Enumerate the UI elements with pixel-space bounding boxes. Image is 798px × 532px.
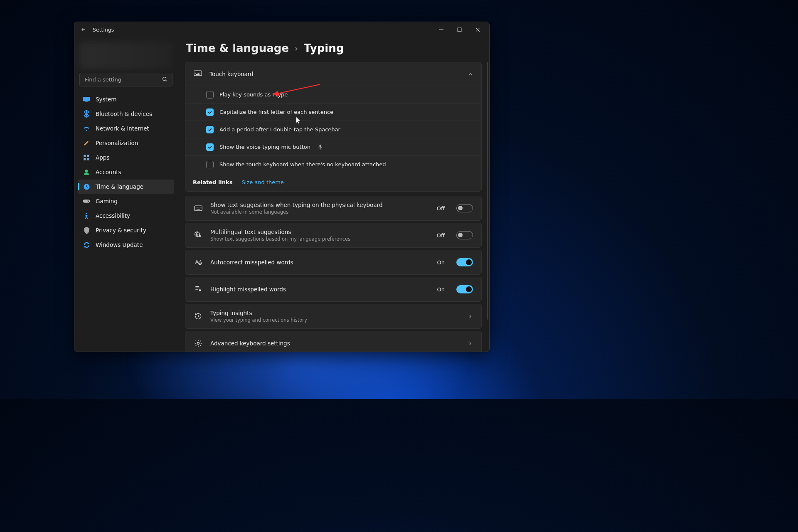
setting-title: Advanced keyboard settings xyxy=(210,340,460,347)
sidebar-item-label: Bluetooth & devices xyxy=(96,111,152,117)
chevron-right-icon xyxy=(468,341,473,346)
svg-rect-15 xyxy=(320,144,321,148)
keyboard-icon xyxy=(194,70,202,78)
apps-icon xyxy=(83,154,90,161)
sidebar-item-apps[interactable]: Apps xyxy=(78,150,174,165)
setting-title: Typing insights xyxy=(210,310,460,316)
maximize-button[interactable] xyxy=(450,23,468,36)
chevron-right-icon: › xyxy=(295,43,298,53)
toggle[interactable] xyxy=(456,258,473,266)
bluetooth-icon xyxy=(83,110,90,118)
profile-card[interactable] xyxy=(79,42,172,69)
checkbox[interactable] xyxy=(206,108,214,116)
toggle-state: On xyxy=(437,286,445,293)
setting-title: Autocorrect misspelled words xyxy=(210,259,430,266)
svg-point-12 xyxy=(88,201,89,202)
svg-rect-6 xyxy=(84,158,86,160)
person-icon xyxy=(83,168,90,176)
setting-sub: Not available in some languages xyxy=(210,209,429,215)
settings-window: Settings System Bluetooth & devic xyxy=(74,22,490,352)
brush-icon xyxy=(83,139,90,147)
link-size-theme[interactable]: Size and theme xyxy=(241,179,283,185)
svg-point-13 xyxy=(86,212,87,214)
toggle[interactable] xyxy=(456,231,473,239)
related-links: Related links Size and theme xyxy=(185,173,481,191)
sidebar-item-privacy[interactable]: Privacy & security xyxy=(78,223,174,237)
minimize-button[interactable] xyxy=(432,23,450,36)
svg-point-1 xyxy=(163,77,166,81)
svg-rect-5 xyxy=(87,155,89,157)
option-play-key-sounds[interactable]: Play key sounds as I type xyxy=(185,86,481,103)
sidebar-item-bluetooth[interactable]: Bluetooth & devices xyxy=(78,107,174,121)
sidebar-item-label: Privacy & security xyxy=(96,227,146,234)
sidebar-item-label: System xyxy=(96,96,116,103)
sidebar-item-label: Windows Update xyxy=(96,241,143,248)
sidebar-item-windows-update[interactable]: Windows Update xyxy=(78,238,174,252)
scrollbar[interactable] xyxy=(487,62,488,320)
option-label: Show the touch keyboard when there's no … xyxy=(219,161,386,167)
setting-text-suggestions: Show text suggestions when typing on the… xyxy=(185,196,482,221)
setting-autocorrect: Autocorrect misspelled words On xyxy=(185,250,482,275)
svg-rect-16 xyxy=(195,206,202,211)
svg-point-11 xyxy=(88,200,89,201)
option-capitalize[interactable]: Capitalize the first letter of each sent… xyxy=(185,103,481,121)
setting-title: Show text suggestions when typing on the… xyxy=(210,202,429,208)
checkbox[interactable] xyxy=(206,126,214,133)
sidebar-item-gaming[interactable]: Gaming xyxy=(78,194,174,208)
setting-title: Highlight misspelled words xyxy=(210,286,430,293)
svg-rect-4 xyxy=(84,155,86,157)
sidebar-item-personalization[interactable]: Personalization xyxy=(78,136,174,150)
toggle-state: Off xyxy=(437,232,445,239)
breadcrumb-parent[interactable]: Time & language xyxy=(186,42,289,54)
checkbox[interactable] xyxy=(206,91,214,99)
breadcrumb: Time & language › Typing xyxy=(186,42,482,54)
sidebar-item-label: Network & internet xyxy=(96,125,149,132)
toggle[interactable] xyxy=(456,285,473,293)
option-show-touch-keyboard[interactable]: Show the touch keyboard when there's no … xyxy=(185,155,481,173)
setting-title: Multilingual text suggestions xyxy=(210,229,429,235)
svg-point-8 xyxy=(85,170,88,172)
sidebar-item-system[interactable]: System xyxy=(78,92,174,106)
svg-rect-14 xyxy=(194,71,202,76)
autocorrect-icon xyxy=(194,258,203,267)
touch-keyboard-panel: Touch keyboard Play key sounds as I type… xyxy=(185,62,482,192)
breadcrumb-current: Typing xyxy=(304,42,344,54)
chevron-right-icon xyxy=(468,314,473,319)
gamepad-icon xyxy=(83,197,90,205)
back-button[interactable] xyxy=(80,26,87,33)
keyboard-icon xyxy=(194,204,203,213)
close-button[interactable] xyxy=(468,23,487,36)
shield-icon xyxy=(83,227,90,234)
option-label: Capitalize the first letter of each sent… xyxy=(219,109,333,115)
update-icon xyxy=(83,241,90,249)
setting-typing-insights[interactable]: Typing insights View your typing and cor… xyxy=(185,304,482,329)
toggle[interactable] xyxy=(456,204,473,212)
toggle-state: On xyxy=(437,259,445,266)
option-voice-typing-mic[interactable]: Show the voice typing mic button xyxy=(185,138,481,155)
toggle-state: Off xyxy=(437,205,445,212)
gear-icon xyxy=(194,339,203,348)
option-label: Show the voice typing mic button xyxy=(219,144,310,150)
sidebar-item-label: Apps xyxy=(96,154,109,161)
svg-rect-0 xyxy=(458,28,461,32)
search-icon xyxy=(162,76,168,83)
option-add-period[interactable]: Add a period after I double-tap the Spac… xyxy=(185,121,481,138)
sidebar-item-time-language[interactable]: Time & language xyxy=(78,180,174,194)
setting-highlight: Highlight misspelled words On xyxy=(185,277,482,302)
search-input[interactable] xyxy=(79,73,172,86)
touch-keyboard-header[interactable]: Touch keyboard xyxy=(185,62,481,86)
wifi-icon xyxy=(83,125,90,132)
accessibility-icon xyxy=(83,212,90,219)
setting-multilingual: Multilingual text suggestions Show text … xyxy=(185,223,482,248)
app-title: Settings xyxy=(93,27,114,33)
checkbox[interactable] xyxy=(206,161,214,168)
checkbox[interactable] xyxy=(206,143,214,151)
sidebar-item-network[interactable]: Network & internet xyxy=(78,121,174,135)
sidebar-item-label: Accessibility xyxy=(96,212,130,219)
setting-advanced-keyboard[interactable]: Advanced keyboard settings xyxy=(185,331,482,352)
nav: System Bluetooth & devices Network & int… xyxy=(78,92,174,252)
sidebar-item-accounts[interactable]: Accounts xyxy=(78,165,174,179)
mic-icon xyxy=(318,144,323,150)
svg-point-19 xyxy=(197,342,200,345)
sidebar-item-accessibility[interactable]: Accessibility xyxy=(78,209,174,223)
